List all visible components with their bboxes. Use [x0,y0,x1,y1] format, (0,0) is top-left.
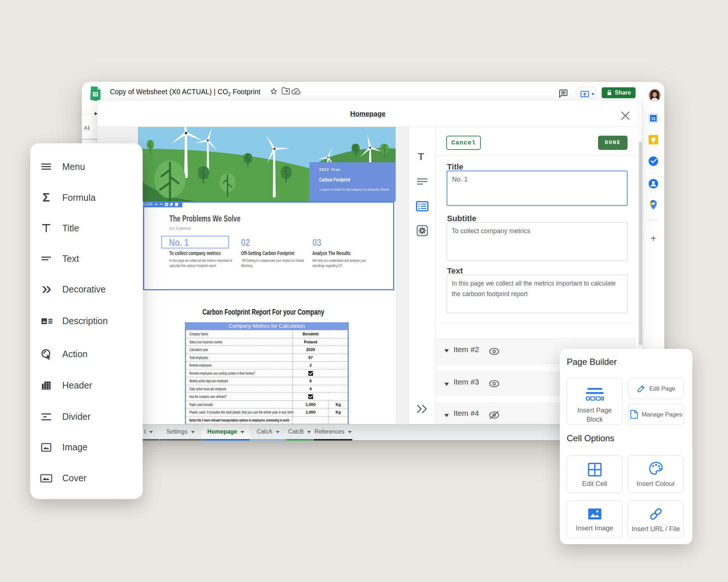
svg-text:31: 31 [651,116,656,121]
